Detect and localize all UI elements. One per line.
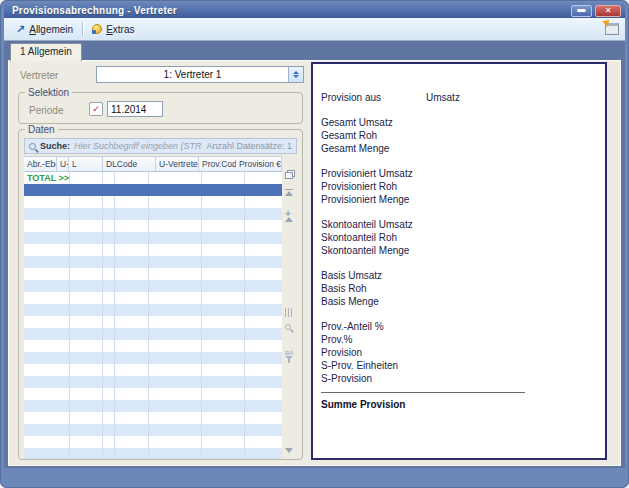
summary-row: Provisioniert Umsatz [321, 168, 595, 180]
summary-label: Skontoanteil Roh [321, 232, 426, 244]
summary-label: Basis Umsatz [321, 270, 426, 282]
filter-icon[interactable] [285, 356, 293, 360]
grid-side-toolbar: + BA + [282, 156, 298, 460]
scroll-up-icon[interactable] [285, 217, 293, 222]
summary-row: Prov.-Anteil % [321, 321, 595, 333]
summary-label: Basis Menge [321, 296, 426, 308]
table-row[interactable] [24, 400, 282, 412]
menu-label-extras: Extras [106, 24, 134, 35]
main-area: 1 Allgemein Vertreter 1: Vertreter 1 Sel… [4, 41, 625, 468]
selektion-group-title: Selektion [25, 87, 72, 98]
table-row[interactable] [24, 184, 282, 196]
summary-label: S-Prov. Einheiten [321, 360, 426, 372]
table-row[interactable] [24, 280, 282, 292]
table-row[interactable] [24, 220, 282, 232]
minimize-button[interactable] [571, 5, 592, 17]
table-row[interactable] [24, 196, 282, 208]
search-label: Suche: [40, 141, 70, 151]
summary-row: Gesamt Roh [321, 130, 595, 142]
app-window: Provisionsabrechnung - Vertreter ✕ ↗ All… [0, 0, 629, 488]
search-bar[interactable]: Suche: Anzahl Datensätze: 1 [24, 138, 297, 154]
scroll-down-icon[interactable] [285, 448, 293, 453]
summary-rows: Provision aus Umsatz Gesamt Umsatz Gesam… [321, 92, 595, 385]
table-row[interactable] [24, 448, 282, 460]
summary-row: Provision aus Umsatz [321, 92, 595, 104]
calendar-edit-icon[interactable]: ✓ [89, 102, 103, 116]
table-row[interactable] [24, 340, 282, 352]
table-row[interactable] [24, 364, 282, 376]
menu-separator [82, 22, 83, 36]
scroll-top-icon[interactable] [285, 188, 293, 196]
summary-row: Skontoanteil Umsatz [321, 219, 595, 231]
table-row[interactable] [24, 424, 282, 436]
summary-row: S-Provision [321, 373, 595, 385]
spinner-updown-icon[interactable] [288, 67, 303, 82]
tab-allgemein[interactable]: 1 Allgemein [10, 43, 82, 61]
table-row[interactable]: TOTAL >> [24, 172, 282, 184]
menubar: ↗ Allgemein Extras [4, 18, 625, 41]
table-body: TOTAL >> [24, 172, 282, 460]
table-row[interactable] [24, 232, 282, 244]
columns-icon[interactable] [285, 308, 293, 317]
table-row[interactable] [24, 328, 282, 340]
menu-item-extras[interactable]: Extras [86, 22, 140, 37]
summary-label: Skontoanteil Menge [321, 245, 426, 257]
column-header[interactable]: DLCode [103, 157, 156, 171]
column-header[interactable]: Provision € [236, 157, 282, 171]
summary-row: Provision [321, 347, 595, 359]
daten-group-title: Daten [25, 124, 58, 135]
detach-window-icon[interactable] [605, 23, 619, 35]
summary-row: Provisioniert Menge [321, 194, 595, 206]
table-row[interactable] [24, 412, 282, 424]
record-count: Anzahl Datensätze: 1 [206, 141, 292, 151]
summary-label: Skontoanteil Umsatz [321, 219, 426, 231]
minimize-icon [577, 9, 586, 12]
table-row[interactable] [24, 376, 282, 388]
table-row[interactable] [24, 388, 282, 400]
column-header[interactable]: U-Periode [57, 157, 69, 171]
summary-row: Basis Umsatz [321, 270, 595, 282]
search-input[interactable] [74, 141, 202, 151]
table-row[interactable] [24, 292, 282, 304]
vertreter-label: Vertreter [20, 70, 58, 81]
summary-row: Skontoanteil Roh [321, 232, 595, 244]
summary-label: Prov.-Anteil % [321, 321, 426, 333]
column-header[interactable]: U-Vertreter [156, 157, 199, 171]
summary-row: Gesamt Umsatz [321, 117, 595, 129]
vertreter-value: 1: Vertreter 1 [97, 67, 288, 82]
column-header[interactable]: L [69, 157, 103, 171]
summary-value: Umsatz [426, 92, 460, 104]
commission-grid: Abr.-EbeneU-PeriodeLDLCodeU-VertreterPro… [24, 156, 298, 460]
arrow-up-right-icon: ↗ [16, 24, 25, 35]
table-row[interactable] [24, 256, 282, 268]
table-row[interactable] [24, 352, 282, 364]
summary-label: Gesamt Menge [321, 143, 426, 155]
table-row[interactable] [24, 208, 282, 220]
titlebar: Provisionsabrechnung - Vertreter ✕ [4, 3, 625, 18]
search-icon [29, 143, 36, 150]
summary-label: Provision aus [321, 92, 426, 104]
table-row[interactable] [24, 316, 282, 328]
selektion-group: Selektion Periode ✓ [18, 87, 303, 124]
table-row[interactable] [24, 436, 282, 448]
summary-row: Skontoanteil Menge [321, 245, 595, 257]
vertreter-combobox[interactable]: 1: Vertreter 1 [96, 66, 304, 83]
column-header[interactable]: Prov.Code [199, 157, 236, 171]
extras-icon [92, 24, 102, 34]
menu-item-allgemein[interactable]: ↗ Allgemein [10, 22, 79, 37]
content-panel: Vertreter 1: Vertreter 1 Selektion Perio… [8, 60, 621, 466]
close-button[interactable]: ✕ [595, 5, 621, 17]
table-row[interactable] [24, 244, 282, 256]
column-header[interactable]: Abr.-Ebene [24, 157, 57, 171]
window-title: Provisionsabrechnung - Vertreter [12, 5, 571, 16]
summary-row: Provisioniert Roh [321, 181, 595, 193]
zoom-icon[interactable] [285, 324, 291, 330]
summary-row: Gesamt Menge [321, 143, 595, 155]
column-chooser-icon[interactable] [285, 172, 293, 179]
table-row[interactable] [24, 268, 282, 280]
summary-label: Provision [321, 347, 426, 359]
periode-label: Periode [29, 105, 63, 116]
periode-input[interactable] [107, 101, 163, 117]
table-row[interactable] [24, 304, 282, 316]
summary-row: S-Prov. Einheiten [321, 360, 595, 372]
